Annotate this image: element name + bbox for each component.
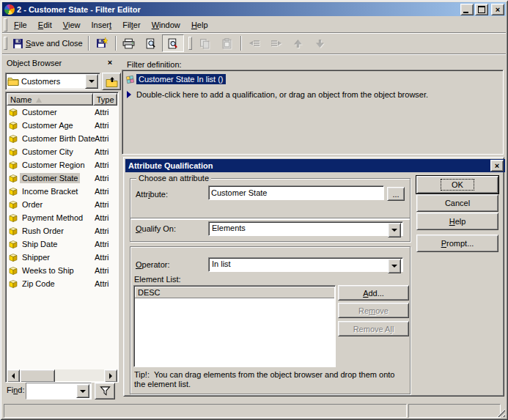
list-item[interactable]: Customer State Attri [7,172,117,185]
menu-bar: File Edit View Insert Filter Window Help [2,17,506,33]
item-name: Customer Region [20,160,87,170]
menu-item[interactable]: Window [147,19,185,31]
move-up-icon [293,39,303,48]
minimize-button[interactable] [460,4,474,15]
element-list-column-header[interactable]: DESC [135,287,334,298]
element-listbox[interactable]: DESC [133,285,336,367]
attribute-field[interactable] [208,185,384,200]
list-item[interactable]: Ship Date Attri [7,237,117,251]
column-header-name[interactable]: Name [7,93,93,106]
tip-text: Tip!: You can drag elements from the obj… [134,370,407,389]
folder-combobox[interactable]: Customers [5,73,100,90]
scroll-left-button[interactable] [7,369,20,383]
qualification-row[interactable]: Customer State In list () [125,74,226,84]
operator-combobox[interactable]: In list [208,257,403,272]
attribute-label: Attribute: [136,190,168,199]
move-down-button [309,34,331,52]
list-item[interactable]: Income Bracket Attri [7,185,117,198]
sort-ascending-icon [36,97,42,103]
list-item[interactable]: Zip Code Attri [7,277,117,290]
up-one-level-button[interactable] [102,73,121,90]
maximize-button[interactable] [475,4,488,15]
object-list: Customer Attri Customer Age Attri Custom… [7,106,117,369]
item-type: Attri [95,253,117,262]
print-button[interactable] [118,34,140,52]
attribute-cube-icon [8,226,18,236]
list-item[interactable]: Shipper Attri [7,251,117,264]
view-filter-icon [167,38,178,49]
attribute-browse-button[interactable]: ... [387,187,405,201]
scrollbar-track[interactable] [55,369,104,381]
list-item[interactable]: Customer Region Attri [7,158,117,172]
list-item[interactable]: Customer City Attri [7,145,117,158]
minimize-icon [463,12,468,13]
save-and-close-button[interactable]: Save and Close [10,34,86,52]
status-panel-right [408,404,501,418]
dialog-close-button[interactable]: × [490,160,504,172]
menu-item[interactable]: File [10,19,32,31]
item-type: Attri [95,161,117,169]
save-as-icon [96,37,108,49]
item-name: Shipper [20,252,52,262]
outdent-icon [249,38,260,48]
item-name: Order [20,199,45,210]
add-qualification-hint: Double-click here to add a qualification… [136,90,428,99]
list-item[interactable]: Customer Birth Date Attri [7,132,117,145]
print-preview-button[interactable] [140,34,162,52]
find-dropdown-button[interactable] [76,384,89,398]
add-button[interactable]: Add... [338,285,409,301]
toolbar-separator [88,36,89,51]
toolbar: Save and Close [2,33,506,54]
menu-grip[interactable] [4,18,7,32]
outdent-button [243,34,265,52]
app-icon[interactable] [4,4,15,15]
list-item[interactable]: Weeks to Ship Attri [7,264,117,277]
item-type: Attri [95,187,117,196]
help-button[interactable]: Help [416,213,498,230]
scroll-right-button[interactable] [104,369,117,383]
menu-item[interactable]: Insert [87,19,117,31]
menu-item[interactable]: View [59,19,85,31]
menu-item[interactable]: Filter [118,19,144,31]
list-item[interactable]: Rush Order Attri [7,224,117,237]
operator-dropdown-button[interactable] [388,259,401,273]
column-header-type[interactable]: Type [93,93,117,106]
view-filter-button[interactable] [162,34,184,52]
add-qualification-row[interactable]: Double-click here to add a qualification… [127,90,428,99]
item-name: Customer State [20,173,80,183]
list-item[interactable]: Customer Attri [7,106,117,119]
prompt-button[interactable]: Prompt... [416,235,498,252]
find-filter-button[interactable] [95,383,115,399]
attribute-cube-icon [8,279,18,289]
list-item[interactable]: Customer Age Attri [7,119,117,132]
filter-definition-area[interactable]: Customer State In list () Double-click h… [122,70,504,155]
paste-icon [221,38,232,49]
item-name: Customer [20,107,59,117]
toolbar-grip[interactable] [188,37,192,50]
qualify-on-combobox[interactable]: Elements [208,221,403,236]
qualify-on-dropdown-button[interactable] [388,223,401,237]
object-browser-title: Object Browser [4,59,104,67]
find-combobox[interactable] [26,383,92,399]
object-browser-panel: Object Browser × Customers Name Type [2,55,120,398]
object-listview: Name Type Customer Attri Customer Age At… [5,92,119,383]
cancel-button[interactable]: Cancel [416,194,498,212]
close-button[interactable]: × [491,4,504,15]
menu-item[interactable]: Help [187,19,213,31]
ok-button[interactable]: OK [416,176,498,194]
copy-button [194,34,216,52]
list-item[interactable]: Order Attri [7,198,117,211]
item-name: Customer Birth Date [20,133,97,144]
print-preview-icon [145,38,156,49]
attribute-cube-icon [8,120,18,130]
selected-qualification[interactable]: Customer State In list () [136,74,226,84]
list-item[interactable]: Payment Method Attri [7,211,117,224]
operator-label: Operator: [136,260,169,269]
scrollbar-thumb[interactable] [20,369,55,383]
folder-combobox-dropdown-button[interactable] [85,74,98,89]
menu-item[interactable]: Edit [34,19,56,31]
save-button[interactable] [91,34,113,52]
object-browser-close-button[interactable]: × [104,58,116,68]
toolbar-grip[interactable] [4,37,7,50]
horizontal-scrollbar[interactable] [7,369,117,381]
